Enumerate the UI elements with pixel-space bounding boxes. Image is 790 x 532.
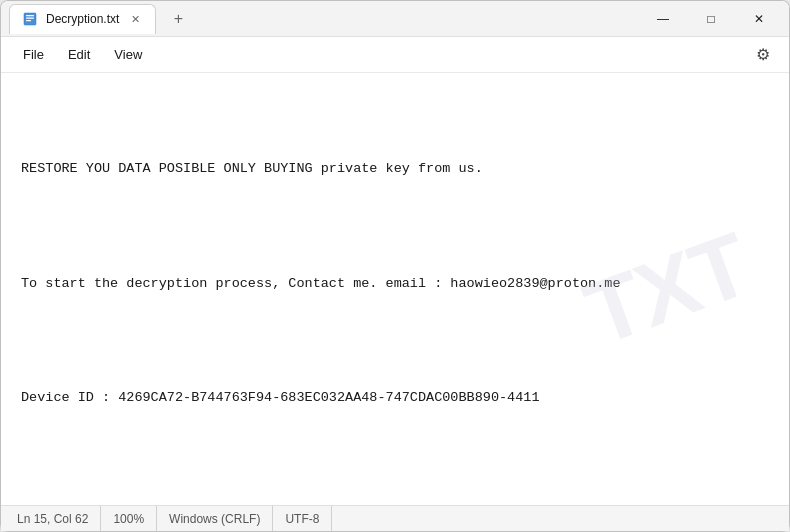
title-bar-left: Decryption.txt ✕ +	[9, 4, 641, 34]
line-3: To start the decryption process, Contact…	[21, 273, 769, 296]
cursor-position[interactable]: Ln 15, Col 62	[17, 506, 101, 531]
line-7: ### Attention ###	[21, 502, 769, 505]
status-bar: Ln 15, Col 62 100% Windows (CRLF) UTF-8	[1, 505, 789, 531]
notepad-icon	[22, 11, 38, 27]
svg-rect-1	[26, 15, 34, 16]
svg-rect-2	[26, 18, 34, 19]
menu-bar: File Edit View ⚙	[1, 37, 789, 73]
window-controls: — □ ✕	[641, 3, 781, 35]
editor-area: TXT RESTORE YOU DATA POSIBLE ONLY BUYING…	[1, 73, 789, 505]
svg-rect-0	[24, 13, 36, 25]
menu-items: File Edit View	[13, 43, 749, 66]
svg-rect-3	[26, 20, 31, 21]
editor-content[interactable]: TXT RESTORE YOU DATA POSIBLE ONLY BUYING…	[1, 73, 789, 505]
close-tab-button[interactable]: ✕	[127, 11, 143, 27]
close-button[interactable]: ✕	[737, 3, 781, 35]
line-ending[interactable]: Windows (CRLF)	[157, 506, 273, 531]
edit-menu[interactable]: Edit	[58, 43, 100, 66]
new-tab-button[interactable]: +	[164, 5, 192, 33]
line-5: Device ID : 4269CA72-B744763F94-683EC032…	[21, 387, 769, 410]
settings-icon[interactable]: ⚙	[749, 41, 777, 69]
active-tab[interactable]: Decryption.txt ✕	[9, 4, 156, 34]
tab-label: Decryption.txt	[46, 12, 119, 26]
zoom-level[interactable]: 100%	[101, 506, 157, 531]
file-menu[interactable]: File	[13, 43, 54, 66]
view-menu[interactable]: View	[104, 43, 152, 66]
app-window: Decryption.txt ✕ + — □ ✕ File Edit View …	[0, 0, 790, 532]
line-1: RESTORE YOU DATA POSIBLE ONLY BUYING pri…	[21, 158, 769, 181]
minimize-button[interactable]: —	[641, 3, 685, 35]
maximize-button[interactable]: □	[689, 3, 733, 35]
title-bar: Decryption.txt ✕ + — □ ✕	[1, 1, 789, 37]
encoding[interactable]: UTF-8	[273, 506, 332, 531]
